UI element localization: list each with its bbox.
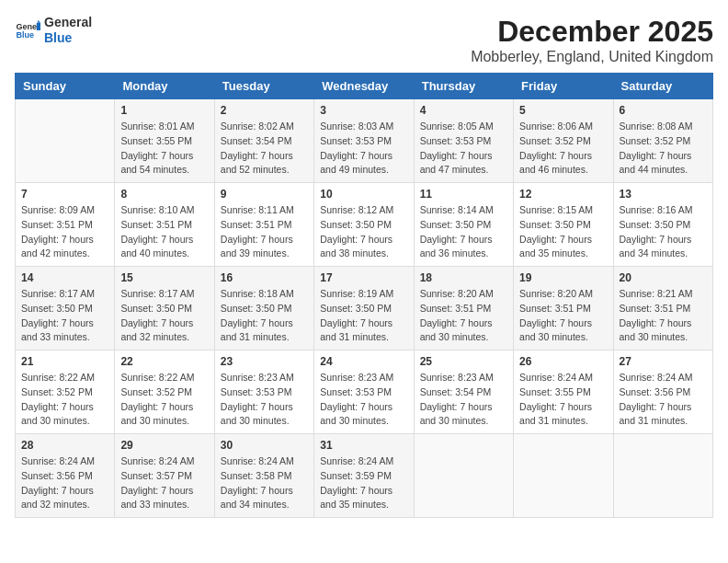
day-number: 4 [420, 104, 507, 117]
day-info: Sunrise: 8:24 AMSunset: 3:56 PMDaylight:… [21, 454, 108, 512]
calendar-cell: 3Sunrise: 8:03 AMSunset: 3:53 PMDaylight… [314, 99, 414, 183]
calendar-cell: 10Sunrise: 8:12 AMSunset: 3:50 PMDayligh… [314, 183, 414, 267]
calendar-week-2: 7Sunrise: 8:09 AMSunset: 3:51 PMDaylight… [16, 183, 713, 267]
calendar-week-3: 14Sunrise: 8:17 AMSunset: 3:50 PMDayligh… [16, 267, 713, 350]
calendar-cell [613, 434, 712, 518]
day-number: 24 [320, 355, 407, 368]
logo-line1: General [44, 15, 92, 29]
header-cell-sunday: Sunday [16, 74, 115, 99]
day-number: 17 [320, 271, 407, 284]
day-info: Sunrise: 8:05 AMSunset: 3:53 PMDaylight:… [420, 120, 507, 178]
calendar-week-1: 1Sunrise: 8:01 AMSunset: 3:55 PMDaylight… [16, 99, 713, 183]
day-info: Sunrise: 8:09 AMSunset: 3:51 PMDaylight:… [21, 203, 108, 261]
logo-line2: Blue [44, 30, 72, 45]
header-row: SundayMondayTuesdayWednesdayThursdayFrid… [16, 74, 713, 99]
calendar-cell: 27Sunrise: 8:24 AMSunset: 3:56 PMDayligh… [613, 350, 712, 434]
svg-marker-2 [37, 22, 40, 29]
day-info: Sunrise: 8:03 AMSunset: 3:53 PMDaylight:… [320, 120, 407, 178]
day-info: Sunrise: 8:24 AMSunset: 3:56 PMDaylight:… [620, 371, 707, 429]
day-number: 11 [420, 188, 507, 201]
header-cell-thursday: Thursday [414, 74, 513, 99]
calendar-header: SundayMondayTuesdayWednesdayThursdayFrid… [16, 74, 713, 99]
calendar-cell: 23Sunrise: 8:23 AMSunset: 3:53 PMDayligh… [214, 350, 313, 434]
calendar-cell: 12Sunrise: 8:15 AMSunset: 3:50 PMDayligh… [514, 183, 613, 267]
calendar-cell: 24Sunrise: 8:23 AMSunset: 3:53 PMDayligh… [314, 350, 414, 434]
day-info: Sunrise: 8:20 AMSunset: 3:51 PMDaylight:… [519, 287, 607, 345]
day-info: Sunrise: 8:24 AMSunset: 3:58 PMDaylight:… [221, 454, 308, 512]
header-cell-wednesday: Wednesday [314, 74, 414, 99]
day-number: 5 [519, 104, 607, 117]
calendar-week-5: 28Sunrise: 8:24 AMSunset: 3:56 PMDayligh… [16, 434, 713, 518]
calendar-cell: 5Sunrise: 8:06 AMSunset: 3:52 PMDaylight… [514, 99, 613, 183]
day-info: Sunrise: 8:22 AMSunset: 3:52 PMDaylight:… [21, 371, 108, 429]
calendar-cell: 11Sunrise: 8:14 AMSunset: 3:50 PMDayligh… [414, 183, 513, 267]
day-info: Sunrise: 8:08 AMSunset: 3:52 PMDaylight:… [620, 120, 707, 178]
day-info: Sunrise: 8:24 AMSunset: 3:57 PMDaylight:… [120, 454, 208, 512]
calendar-cell: 1Sunrise: 8:01 AMSunset: 3:55 PMDaylight… [115, 99, 214, 183]
day-number: 12 [519, 188, 607, 201]
day-number: 20 [620, 271, 707, 284]
header-cell-monday: Monday [115, 74, 214, 99]
calendar-cell: 25Sunrise: 8:23 AMSunset: 3:54 PMDayligh… [414, 350, 513, 434]
calendar-cell: 28Sunrise: 8:24 AMSunset: 3:56 PMDayligh… [16, 434, 115, 518]
day-number: 8 [120, 188, 208, 201]
day-number: 19 [519, 271, 607, 284]
svg-text:Blue: Blue [16, 30, 34, 40]
day-info: Sunrise: 8:19 AMSunset: 3:50 PMDaylight:… [320, 287, 407, 345]
day-info: Sunrise: 8:23 AMSunset: 3:53 PMDaylight:… [320, 371, 407, 429]
calendar-subtitle: Mobberley, England, United Kingdom [471, 49, 713, 65]
calendar-cell: 17Sunrise: 8:19 AMSunset: 3:50 PMDayligh… [314, 267, 414, 350]
day-number: 31 [320, 439, 407, 452]
day-info: Sunrise: 8:24 AMSunset: 3:55 PMDaylight:… [519, 371, 607, 429]
calendar-cell: 4Sunrise: 8:05 AMSunset: 3:53 PMDaylight… [414, 99, 513, 183]
day-info: Sunrise: 8:18 AMSunset: 3:50 PMDaylight:… [221, 287, 308, 345]
day-info: Sunrise: 8:16 AMSunset: 3:50 PMDaylight:… [620, 203, 707, 261]
day-number: 22 [120, 355, 208, 368]
day-number: 7 [21, 188, 108, 201]
calendar-week-4: 21Sunrise: 8:22 AMSunset: 3:52 PMDayligh… [16, 350, 713, 434]
day-info: Sunrise: 8:12 AMSunset: 3:50 PMDaylight:… [320, 203, 407, 261]
calendar-body: 1Sunrise: 8:01 AMSunset: 3:55 PMDaylight… [16, 99, 713, 518]
calendar-cell: 22Sunrise: 8:22 AMSunset: 3:52 PMDayligh… [115, 350, 214, 434]
day-number: 10 [320, 188, 407, 201]
day-info: Sunrise: 8:22 AMSunset: 3:52 PMDaylight:… [120, 371, 208, 429]
calendar-cell: 9Sunrise: 8:11 AMSunset: 3:51 PMDaylight… [214, 183, 313, 267]
calendar-cell [514, 434, 613, 518]
calendar-cell [414, 434, 513, 518]
day-info: Sunrise: 8:20 AMSunset: 3:51 PMDaylight:… [420, 287, 507, 345]
day-number: 26 [519, 355, 607, 368]
day-info: Sunrise: 8:11 AMSunset: 3:51 PMDaylight:… [221, 203, 308, 261]
header-cell-saturday: Saturday [613, 74, 712, 99]
day-number: 23 [221, 355, 308, 368]
page-header: General Blue General Blue December 2025 … [15, 15, 713, 65]
day-info: Sunrise: 8:01 AMSunset: 3:55 PMDaylight:… [120, 120, 208, 178]
day-number: 21 [21, 355, 108, 368]
calendar-cell: 26Sunrise: 8:24 AMSunset: 3:55 PMDayligh… [514, 350, 613, 434]
calendar-cell: 6Sunrise: 8:08 AMSunset: 3:52 PMDaylight… [613, 99, 712, 183]
header-cell-tuesday: Tuesday [214, 74, 313, 99]
day-number: 6 [620, 104, 707, 117]
calendar-table: SundayMondayTuesdayWednesdayThursdayFrid… [15, 73, 713, 518]
calendar-cell: 21Sunrise: 8:22 AMSunset: 3:52 PMDayligh… [16, 350, 115, 434]
day-number: 13 [620, 188, 707, 201]
day-number: 29 [120, 439, 208, 452]
day-info: Sunrise: 8:17 AMSunset: 3:50 PMDaylight:… [120, 287, 208, 345]
day-number: 1 [120, 104, 208, 117]
day-info: Sunrise: 8:24 AMSunset: 3:59 PMDaylight:… [320, 454, 407, 512]
day-number: 14 [21, 271, 108, 284]
calendar-cell: 19Sunrise: 8:20 AMSunset: 3:51 PMDayligh… [514, 267, 613, 350]
calendar-cell: 18Sunrise: 8:20 AMSunset: 3:51 PMDayligh… [414, 267, 513, 350]
day-info: Sunrise: 8:23 AMSunset: 3:53 PMDaylight:… [221, 371, 308, 429]
calendar-cell: 16Sunrise: 8:18 AMSunset: 3:50 PMDayligh… [214, 267, 313, 350]
header-cell-friday: Friday [514, 74, 613, 99]
day-number: 28 [21, 439, 108, 452]
day-number: 27 [620, 355, 707, 368]
day-info: Sunrise: 8:15 AMSunset: 3:50 PMDaylight:… [519, 203, 607, 261]
day-info: Sunrise: 8:14 AMSunset: 3:50 PMDaylight:… [420, 203, 507, 261]
day-number: 25 [420, 355, 507, 368]
calendar-cell: 30Sunrise: 8:24 AMSunset: 3:58 PMDayligh… [214, 434, 313, 518]
logo-icon: General Blue [15, 17, 40, 43]
day-number: 9 [221, 188, 308, 201]
day-number: 16 [221, 271, 308, 284]
logo: General Blue General Blue [15, 15, 92, 46]
